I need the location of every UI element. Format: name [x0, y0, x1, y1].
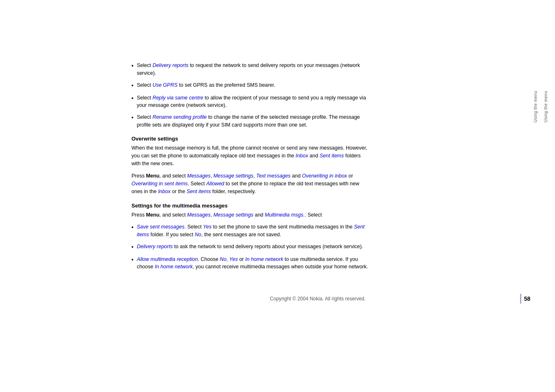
- allowed-link[interactable]: Allowed: [206, 181, 224, 187]
- list-item: Select Rename sending profile to change …: [131, 113, 370, 129]
- list-item: Select Reply via same centre to allow th…: [131, 94, 370, 110]
- use-gprs-link[interactable]: Use GPRS: [152, 82, 177, 88]
- overwrite-para2: Press Menu, and select Messages, Message…: [131, 172, 370, 196]
- text-messages-link[interactable]: Text messages: [256, 173, 291, 179]
- list-item: Save sent messages. Select Yes to set th…: [131, 223, 370, 239]
- side-tab-left-label: Using the menu: [533, 91, 538, 122]
- no-link-2[interactable]: No: [220, 256, 226, 262]
- overwrite-settings-heading: Overwrite settings: [131, 136, 370, 142]
- message-settings-link-1[interactable]: Message settings: [213, 173, 253, 179]
- list-item: Allow multimedia reception. Choose No, Y…: [131, 256, 370, 271]
- menu-bold-1: Menu: [146, 173, 159, 179]
- menu-bold-2: Menu: [146, 212, 159, 218]
- inbox-link-2[interactable]: Inbox: [158, 189, 171, 194]
- yes-link-1[interactable]: Yes: [203, 224, 212, 230]
- save-sent-messages-link[interactable]: Save sent messages: [137, 224, 184, 230]
- list-item: Delivery reports to ask the network to s…: [131, 243, 370, 251]
- page-number: 58: [524, 295, 530, 302]
- page-bar-line: [520, 294, 521, 304]
- overwrite-para1: When the text message memory is full, th…: [131, 144, 370, 168]
- list-item: Select Use GPRS to set GPRS as the prefe…: [131, 81, 370, 90]
- messages-link-1[interactable]: Messages: [187, 173, 210, 179]
- content-area: Select Delivery reports to request the n…: [131, 62, 370, 277]
- delivery-reports-link[interactable]: Delivery reports: [152, 62, 189, 68]
- multimedia-msgs-link[interactable]: Multimedia msgs.: [265, 212, 305, 218]
- messages-link-2[interactable]: Messages: [187, 212, 210, 218]
- no-link-1[interactable]: No: [195, 232, 201, 238]
- side-tab-left: Using the menu: [532, 82, 539, 131]
- overwriting-inbox-link[interactable]: Overwriting in inbox: [302, 173, 347, 179]
- page-number-bar: 58: [520, 294, 530, 304]
- allow-multimedia-reception-link[interactable]: Allow multimedia reception: [137, 256, 198, 262]
- side-tab-right-label: Using the menu: [543, 91, 548, 122]
- side-tab-right: Using the menu: [542, 82, 549, 131]
- list-item: Select Delivery reports to request the n…: [131, 62, 370, 77]
- top-bullet-list: Select Delivery reports to request the n…: [131, 62, 370, 129]
- multimedia-bullet-list: Save sent messages. Select Yes to set th…: [131, 223, 370, 271]
- overwriting-sent-link[interactable]: Overwriting in sent items: [131, 181, 188, 187]
- sent-items-link-2[interactable]: Sent items: [187, 189, 211, 194]
- multimedia-para1: Press Menu, and select Messages, Message…: [131, 211, 370, 219]
- in-home-network-link-2[interactable]: In home network: [155, 264, 193, 270]
- sent-items-link-1[interactable]: Sent items: [320, 153, 344, 159]
- in-home-network-link-1[interactable]: In home network: [245, 256, 283, 262]
- message-settings-link-2[interactable]: Message settings: [213, 212, 253, 218]
- multimedia-settings-heading: Settings for the multimedia messages: [131, 203, 370, 209]
- delivery-reports-link-2[interactable]: Delivery reports: [137, 244, 173, 249]
- page-container: Using the menu Using the menu Select Del…: [0, 0, 555, 392]
- copyright-text: Copyright © 2004 Nokia. All rights reser…: [270, 296, 366, 302]
- inbox-link-1[interactable]: Inbox: [296, 153, 309, 159]
- rename-sending-profile-link[interactable]: Rename sending profile: [152, 114, 207, 120]
- yes-link-2[interactable]: Yes: [229, 256, 238, 262]
- reply-via-same-centre-link[interactable]: Reply via same centre: [152, 95, 203, 101]
- footer-area: Copyright © 2004 Nokia. All rights reser…: [131, 296, 370, 302]
